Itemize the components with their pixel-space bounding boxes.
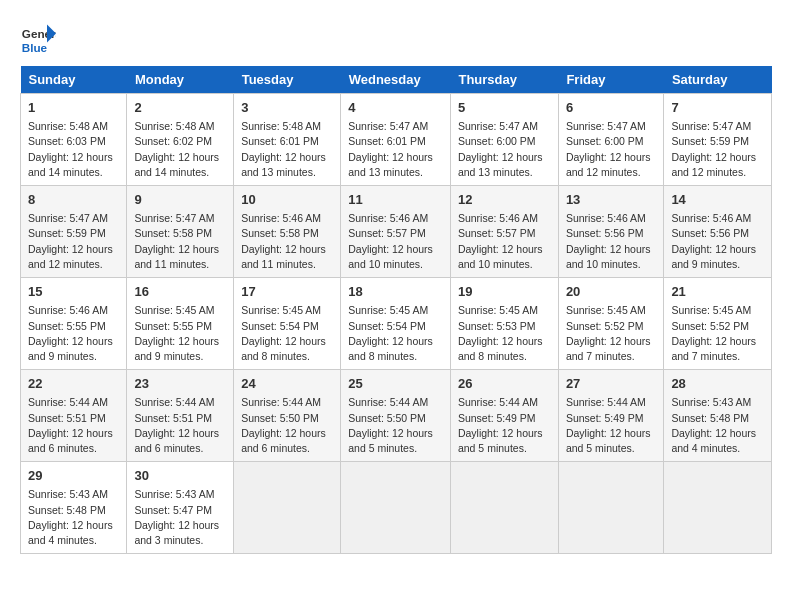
day-number: 11 xyxy=(348,191,443,209)
day-header-tuesday: Tuesday xyxy=(234,66,341,94)
day-info: Sunrise: 5:46 AM Sunset: 5:58 PM Dayligh… xyxy=(241,211,333,272)
day-info: Sunrise: 5:48 AM Sunset: 6:01 PM Dayligh… xyxy=(241,119,333,180)
calendar-cell: 16 Sunrise: 5:45 AM Sunset: 5:55 PM Dayl… xyxy=(127,278,234,370)
day-number: 1 xyxy=(28,99,119,117)
calendar-cell: 17 Sunrise: 5:45 AM Sunset: 5:54 PM Dayl… xyxy=(234,278,341,370)
day-number: 6 xyxy=(566,99,657,117)
calendar-cell: 23 Sunrise: 5:44 AM Sunset: 5:51 PM Dayl… xyxy=(127,370,234,462)
day-header-saturday: Saturday xyxy=(664,66,772,94)
day-info: Sunrise: 5:44 AM Sunset: 5:49 PM Dayligh… xyxy=(458,395,551,456)
day-info: Sunrise: 5:45 AM Sunset: 5:55 PM Dayligh… xyxy=(134,303,226,364)
calendar-cell: 11 Sunrise: 5:46 AM Sunset: 5:57 PM Dayl… xyxy=(341,186,451,278)
calendar-cell: 24 Sunrise: 5:44 AM Sunset: 5:50 PM Dayl… xyxy=(234,370,341,462)
calendar-cell: 30 Sunrise: 5:43 AM Sunset: 5:47 PM Dayl… xyxy=(127,462,234,554)
day-number: 18 xyxy=(348,283,443,301)
day-number: 9 xyxy=(134,191,226,209)
day-info: Sunrise: 5:45 AM Sunset: 5:52 PM Dayligh… xyxy=(566,303,657,364)
calendar-cell xyxy=(450,462,558,554)
day-number: 14 xyxy=(671,191,764,209)
day-info: Sunrise: 5:47 AM Sunset: 6:00 PM Dayligh… xyxy=(458,119,551,180)
day-info: Sunrise: 5:47 AM Sunset: 5:59 PM Dayligh… xyxy=(28,211,119,272)
calendar-cell: 9 Sunrise: 5:47 AM Sunset: 5:58 PM Dayli… xyxy=(127,186,234,278)
day-header-friday: Friday xyxy=(558,66,664,94)
calendar-cell: 8 Sunrise: 5:47 AM Sunset: 5:59 PM Dayli… xyxy=(21,186,127,278)
day-number: 25 xyxy=(348,375,443,393)
day-info: Sunrise: 5:43 AM Sunset: 5:48 PM Dayligh… xyxy=(28,487,119,548)
day-number: 8 xyxy=(28,191,119,209)
day-info: Sunrise: 5:47 AM Sunset: 6:00 PM Dayligh… xyxy=(566,119,657,180)
calendar-cell: 28 Sunrise: 5:43 AM Sunset: 5:48 PM Dayl… xyxy=(664,370,772,462)
calendar-cell: 6 Sunrise: 5:47 AM Sunset: 6:00 PM Dayli… xyxy=(558,94,664,186)
day-info: Sunrise: 5:45 AM Sunset: 5:53 PM Dayligh… xyxy=(458,303,551,364)
day-info: Sunrise: 5:44 AM Sunset: 5:50 PM Dayligh… xyxy=(348,395,443,456)
day-number: 20 xyxy=(566,283,657,301)
day-info: Sunrise: 5:44 AM Sunset: 5:51 PM Dayligh… xyxy=(28,395,119,456)
day-number: 30 xyxy=(134,467,226,485)
day-header-monday: Monday xyxy=(127,66,234,94)
day-number: 26 xyxy=(458,375,551,393)
day-info: Sunrise: 5:46 AM Sunset: 5:56 PM Dayligh… xyxy=(566,211,657,272)
day-header-sunday: Sunday xyxy=(21,66,127,94)
day-info: Sunrise: 5:44 AM Sunset: 5:51 PM Dayligh… xyxy=(134,395,226,456)
day-info: Sunrise: 5:46 AM Sunset: 5:55 PM Dayligh… xyxy=(28,303,119,364)
calendar-cell: 25 Sunrise: 5:44 AM Sunset: 5:50 PM Dayl… xyxy=(341,370,451,462)
calendar-cell: 29 Sunrise: 5:43 AM Sunset: 5:48 PM Dayl… xyxy=(21,462,127,554)
day-number: 23 xyxy=(134,375,226,393)
calendar-cell: 26 Sunrise: 5:44 AM Sunset: 5:49 PM Dayl… xyxy=(450,370,558,462)
day-info: Sunrise: 5:48 AM Sunset: 6:02 PM Dayligh… xyxy=(134,119,226,180)
day-number: 3 xyxy=(241,99,333,117)
logo-icon: General Blue xyxy=(20,20,56,56)
day-number: 10 xyxy=(241,191,333,209)
calendar-cell: 22 Sunrise: 5:44 AM Sunset: 5:51 PM Dayl… xyxy=(21,370,127,462)
svg-text:Blue: Blue xyxy=(22,41,48,54)
day-info: Sunrise: 5:45 AM Sunset: 5:54 PM Dayligh… xyxy=(348,303,443,364)
day-number: 13 xyxy=(566,191,657,209)
day-info: Sunrise: 5:44 AM Sunset: 5:49 PM Dayligh… xyxy=(566,395,657,456)
day-number: 15 xyxy=(28,283,119,301)
day-number: 5 xyxy=(458,99,551,117)
calendar-cell: 4 Sunrise: 5:47 AM Sunset: 6:01 PM Dayli… xyxy=(341,94,451,186)
logo: General Blue xyxy=(20,20,56,56)
day-number: 22 xyxy=(28,375,119,393)
day-number: 17 xyxy=(241,283,333,301)
header: General Blue xyxy=(20,20,772,56)
calendar-cell: 20 Sunrise: 5:45 AM Sunset: 5:52 PM Dayl… xyxy=(558,278,664,370)
day-number: 7 xyxy=(671,99,764,117)
calendar-cell: 19 Sunrise: 5:45 AM Sunset: 5:53 PM Dayl… xyxy=(450,278,558,370)
day-info: Sunrise: 5:45 AM Sunset: 5:54 PM Dayligh… xyxy=(241,303,333,364)
calendar-cell xyxy=(558,462,664,554)
day-number: 2 xyxy=(134,99,226,117)
day-header-wednesday: Wednesday xyxy=(341,66,451,94)
calendar-cell xyxy=(341,462,451,554)
day-info: Sunrise: 5:46 AM Sunset: 5:56 PM Dayligh… xyxy=(671,211,764,272)
calendar-cell: 14 Sunrise: 5:46 AM Sunset: 5:56 PM Dayl… xyxy=(664,186,772,278)
calendar-cell: 1 Sunrise: 5:48 AM Sunset: 6:03 PM Dayli… xyxy=(21,94,127,186)
day-number: 4 xyxy=(348,99,443,117)
calendar-cell xyxy=(234,462,341,554)
day-info: Sunrise: 5:46 AM Sunset: 5:57 PM Dayligh… xyxy=(458,211,551,272)
day-header-thursday: Thursday xyxy=(450,66,558,94)
day-number: 21 xyxy=(671,283,764,301)
calendar-cell: 15 Sunrise: 5:46 AM Sunset: 5:55 PM Dayl… xyxy=(21,278,127,370)
day-number: 29 xyxy=(28,467,119,485)
day-info: Sunrise: 5:44 AM Sunset: 5:50 PM Dayligh… xyxy=(241,395,333,456)
day-info: Sunrise: 5:47 AM Sunset: 5:59 PM Dayligh… xyxy=(671,119,764,180)
calendar-cell: 10 Sunrise: 5:46 AM Sunset: 5:58 PM Dayl… xyxy=(234,186,341,278)
calendar-cell: 13 Sunrise: 5:46 AM Sunset: 5:56 PM Dayl… xyxy=(558,186,664,278)
day-number: 16 xyxy=(134,283,226,301)
day-info: Sunrise: 5:45 AM Sunset: 5:52 PM Dayligh… xyxy=(671,303,764,364)
calendar-cell: 2 Sunrise: 5:48 AM Sunset: 6:02 PM Dayli… xyxy=(127,94,234,186)
calendar-cell: 5 Sunrise: 5:47 AM Sunset: 6:00 PM Dayli… xyxy=(450,94,558,186)
day-info: Sunrise: 5:43 AM Sunset: 5:47 PM Dayligh… xyxy=(134,487,226,548)
day-number: 19 xyxy=(458,283,551,301)
day-number: 12 xyxy=(458,191,551,209)
day-info: Sunrise: 5:46 AM Sunset: 5:57 PM Dayligh… xyxy=(348,211,443,272)
calendar-table: SundayMondayTuesdayWednesdayThursdayFrid… xyxy=(20,66,772,554)
calendar-cell: 18 Sunrise: 5:45 AM Sunset: 5:54 PM Dayl… xyxy=(341,278,451,370)
calendar-cell xyxy=(664,462,772,554)
calendar-cell: 7 Sunrise: 5:47 AM Sunset: 5:59 PM Dayli… xyxy=(664,94,772,186)
calendar-cell: 21 Sunrise: 5:45 AM Sunset: 5:52 PM Dayl… xyxy=(664,278,772,370)
day-info: Sunrise: 5:43 AM Sunset: 5:48 PM Dayligh… xyxy=(671,395,764,456)
day-number: 28 xyxy=(671,375,764,393)
calendar-cell: 12 Sunrise: 5:46 AM Sunset: 5:57 PM Dayl… xyxy=(450,186,558,278)
